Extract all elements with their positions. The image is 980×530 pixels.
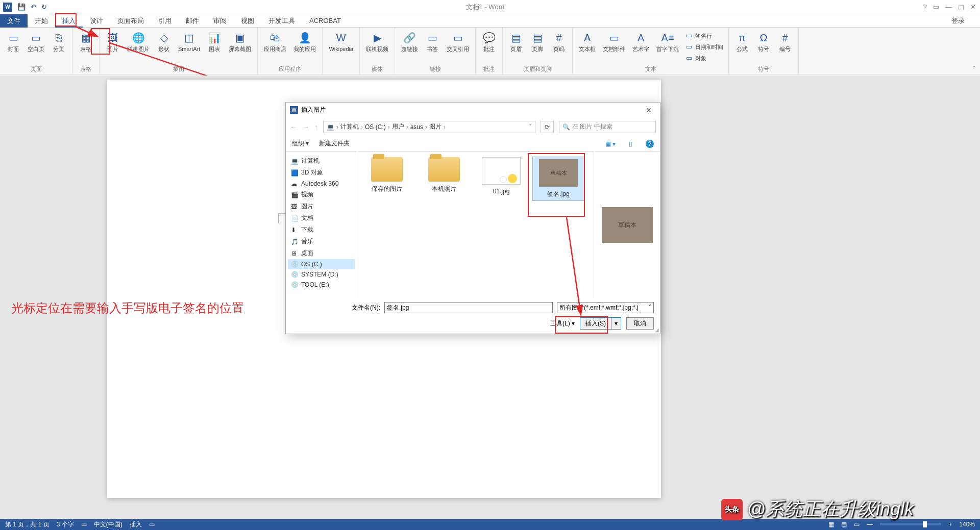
tab-review[interactable]: 审阅 xyxy=(206,14,234,28)
tree-item-8[interactable]: 🖥桌面 xyxy=(288,247,355,259)
tab-design[interactable]: 设计 xyxy=(83,14,110,28)
nav-back-icon[interactable]: ← xyxy=(290,123,297,131)
zoom-slider[interactable] xyxy=(880,523,941,525)
organize-button[interactable]: 组织 ▾ xyxy=(292,139,309,148)
view-options-icon[interactable]: ▦ ▾ xyxy=(605,140,616,147)
tab-view[interactable]: 视图 xyxy=(234,14,261,28)
maximize-icon[interactable]: ▢ xyxy=(958,3,964,11)
nav-up-icon[interactable]: ↑ xyxy=(314,123,318,131)
ribbon-btn-5-0[interactable]: ▶联机视频 xyxy=(363,30,391,64)
ribbon-btn-0-2[interactable]: ⎘分页 xyxy=(48,30,69,64)
tree-item-10[interactable]: 💿SYSTEM (D:) xyxy=(288,269,355,280)
ribbon-btn-2-5[interactable]: ▣屏幕截图 xyxy=(226,30,254,64)
ribbon-btn-4-0[interactable]: WWikipedia xyxy=(326,30,356,72)
ribbon-btn-8-2[interactable]: #页码 xyxy=(549,30,569,64)
file-item-2[interactable]: 01.jpg xyxy=(476,157,527,200)
file-list[interactable]: 保存的图片本机照片01.jpg草稿本签名.jpg xyxy=(357,152,594,298)
ribbon-btn-0-1[interactable]: ▭空白页 xyxy=(24,30,47,64)
file-item-0[interactable]: 保存的图片 xyxy=(361,157,412,200)
ribbon-btn-2-4[interactable]: 📊图表 xyxy=(204,30,225,64)
zoom-out-icon[interactable]: — xyxy=(867,521,873,528)
ribbon-btn-6-1[interactable]: ▭书签 xyxy=(422,30,443,64)
tree-item-9[interactable]: 💿OS (C:) xyxy=(288,259,355,269)
ribbon-btn-10-2[interactable]: #编号 xyxy=(775,30,795,64)
bc-1[interactable]: OS (C:) xyxy=(365,123,386,131)
ribbon-btn-6-0[interactable]: 🔗超链接 xyxy=(398,30,421,64)
save-icon[interactable]: 💾 xyxy=(17,3,26,11)
tree-item-0[interactable]: 💻计算机 xyxy=(288,155,355,167)
close-icon[interactable]: ✕ xyxy=(970,3,976,11)
view-web-icon[interactable]: ▭ xyxy=(854,521,860,528)
tab-acrobat[interactable]: ACROBAT xyxy=(302,14,348,28)
filename-input[interactable] xyxy=(384,302,553,313)
status-proof-icon[interactable]: ▭ xyxy=(81,521,87,528)
ribbon-btn-9-3[interactable]: A≡首字下沉 xyxy=(653,30,682,64)
ribbon-btn-8-1[interactable]: ▤页脚 xyxy=(527,30,548,64)
zoom-level[interactable]: 140% xyxy=(959,521,975,528)
nav-forward-icon[interactable]: → xyxy=(302,123,309,131)
status-words[interactable]: 3 个字 xyxy=(57,520,74,529)
ribbon-btn-9-1[interactable]: ▭文档部件 xyxy=(600,30,628,64)
tree-item-6[interactable]: ⬇下载 xyxy=(288,224,355,236)
ribbon-btn-8-0[interactable]: ▤页眉 xyxy=(506,30,526,64)
status-language[interactable]: 中文(中国) xyxy=(94,520,122,529)
tools-menu[interactable]: 工具(L) ▾ xyxy=(550,319,575,328)
help-icon-dialog[interactable]: ? xyxy=(646,140,654,148)
breadcrumb[interactable]: 💻 ›计算机 ›OS (C:) ›用户 ›asus ›图片 › ˅ xyxy=(323,121,535,133)
tab-mail[interactable]: 邮件 xyxy=(179,14,206,28)
redo-icon[interactable]: ↻ xyxy=(41,3,47,11)
folder-tree[interactable]: 💻计算机🟦3D 对象☁Autodesk 360🎬视频🖼图片📄文档⬇下载🎵音乐🖥桌… xyxy=(286,152,357,298)
search-input[interactable]: 🔍在 图片 中搜索 xyxy=(559,121,656,133)
dialog-close-button[interactable]: ✕ xyxy=(642,105,656,115)
zoom-in-icon[interactable]: + xyxy=(948,521,952,528)
tab-developer[interactable]: 开发工具 xyxy=(261,14,302,28)
tab-layout[interactable]: 页面布局 xyxy=(110,14,151,28)
ribbon-side-9-2[interactable]: ▭对象 xyxy=(683,52,725,63)
ribbon-btn-2-3[interactable]: ◫SmartArt xyxy=(175,30,203,64)
help-icon[interactable]: ? xyxy=(923,3,927,11)
bc-2[interactable]: 用户 xyxy=(392,122,404,131)
ribbon-btn-9-2[interactable]: A艺术字 xyxy=(629,30,652,64)
tree-item-4[interactable]: 🖼图片 xyxy=(288,200,355,212)
ribbon-btn-3-0[interactable]: 🛍应用商店 xyxy=(261,30,289,64)
ribbon-side-9-0[interactable]: ▭签名行 xyxy=(683,30,725,41)
tree-item-11[interactable]: 💿TOOL (E:) xyxy=(288,280,355,290)
bc-0[interactable]: 计算机 xyxy=(340,122,359,131)
ribbon-btn-10-0[interactable]: π公式 xyxy=(732,30,752,64)
ribbon-btn-3-1[interactable]: 👤我的应用 xyxy=(290,30,319,64)
ribbon-options-icon[interactable]: ▭ xyxy=(933,3,939,11)
tab-references[interactable]: 引用 xyxy=(151,14,179,28)
ribbon-side-9-1[interactable]: ▭日期和时间 xyxy=(683,41,725,52)
minimize-icon[interactable]: — xyxy=(945,3,952,11)
ribbon-btn-2-1[interactable]: 🌐联机图片 xyxy=(124,30,153,64)
view-print-icon[interactable]: ▦ xyxy=(828,521,834,528)
file-item-1[interactable]: 本机照片 xyxy=(419,157,470,200)
tree-item-2[interactable]: ☁Autodesk 360 xyxy=(288,179,355,189)
file-item-3[interactable]: 草稿本签名.jpg xyxy=(533,157,584,200)
ribbon-btn-9-0[interactable]: A文本框 xyxy=(576,30,599,64)
view-read-icon[interactable]: ▤ xyxy=(841,521,847,528)
ribbon-btn-6-2[interactable]: ▭交叉引用 xyxy=(444,30,472,64)
status-mode[interactable]: 插入 xyxy=(130,520,142,529)
new-folder-button[interactable]: 新建文件夹 xyxy=(319,139,350,148)
ribbon-btn-1-0[interactable]: ▦表格 xyxy=(76,30,96,64)
tree-item-5[interactable]: 📄文档 xyxy=(288,212,355,224)
ribbon-btn-2-2[interactable]: ◇形状 xyxy=(154,30,174,64)
tree-item-7[interactable]: 🎵音乐 xyxy=(288,236,355,247)
login-link[interactable]: 登录 xyxy=(951,16,965,26)
file-filter[interactable]: 所有图片(*.emf;*.wmf;*.jpg;*.j˅ xyxy=(557,302,654,313)
ribbon-btn-7-0[interactable]: 💬批注 xyxy=(479,30,499,64)
status-track-icon[interactable]: ▭ xyxy=(149,521,155,528)
tab-home[interactable]: 开始 xyxy=(28,14,55,28)
ribbon-btn-10-1[interactable]: Ω符号 xyxy=(753,30,774,64)
cancel-button[interactable]: 取消 xyxy=(626,317,654,330)
preview-pane-icon[interactable]: ▯ xyxy=(629,140,632,147)
resize-grip[interactable]: ◢ xyxy=(655,327,659,333)
insert-button[interactable]: 插入(S)▾ xyxy=(580,317,621,330)
ribbon-btn-2-0[interactable]: 🖼图片 xyxy=(103,30,123,64)
bc-3[interactable]: asus xyxy=(410,123,423,131)
refresh-button[interactable]: ⟳ xyxy=(541,121,554,133)
bc-4[interactable]: 图片 xyxy=(429,122,442,131)
ribbon-btn-0-0[interactable]: ▭封面 xyxy=(3,30,23,64)
tab-insert[interactable]: 插入 xyxy=(55,14,83,28)
